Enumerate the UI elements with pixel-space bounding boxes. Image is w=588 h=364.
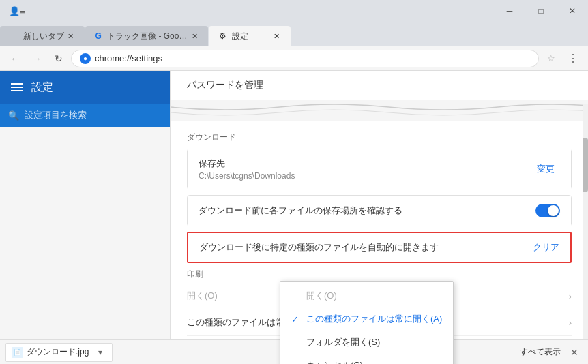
scrollbar-thumb[interactable]	[583, 138, 588, 192]
site-icon: ●	[80, 53, 91, 64]
password-manage-label: パスワードを管理	[187, 79, 263, 90]
wavy-divider	[171, 100, 588, 121]
check-mark-icon: ✓	[291, 314, 301, 324]
clear-button[interactable]: クリア	[533, 241, 559, 254]
save-location-info: 保存先 C:\Users\tcgns\Downloads	[199, 157, 295, 181]
context-menu-item-open[interactable]: 開く(O)	[280, 284, 453, 307]
address-bar-input[interactable]: ● chrome://settings	[71, 50, 539, 67]
print-arrow-2: ›	[569, 318, 572, 328]
tab-close-search[interactable]: ✕	[189, 30, 200, 42]
password-row[interactable]: パスワードを管理	[171, 71, 588, 100]
context-menu-open-label: 開く(O)	[306, 290, 337, 302]
main-layout: 設定 🔍 設定項目を検索 パスワードを管理 ダウンロード	[0, 71, 588, 364]
save-location-row: 保存先 C:\Users\tcgns\Downloads 変更	[188, 149, 571, 189]
sidebar: 設定 🔍 設定項目を検索	[0, 71, 171, 364]
tabbar: 新しいタブ ✕ G トラック画像 - Google 検... ✕ ⚙ 設定 ✕	[0, 22, 588, 46]
chrome-menu-button[interactable]: ⋮	[563, 49, 583, 68]
titlebar-controls: ─ □ ✕	[494, 0, 588, 22]
download-filename: ダウンロード.jpg	[27, 346, 89, 358]
tab-favicon-settings: ⚙	[217, 31, 228, 42]
scrollbar[interactable]	[583, 104, 588, 339]
content-area: パスワードを管理 ダウンロード 保存先 C:\Users\tcgns\Downl…	[171, 71, 588, 364]
close-download-bar-button[interactable]: ✕	[566, 344, 583, 361]
tab-close-settings[interactable]: ✕	[270, 30, 282, 42]
titlebar-profile[interactable]: 👤≡	[0, 0, 34, 22]
tab-search[interactable]: G トラック画像 - Google 検... ✕	[85, 26, 208, 46]
tab-newtab[interactable]: 新しいタブ ✕	[0, 26, 85, 46]
context-menu-cancel-label: キャンセル(C)	[306, 359, 363, 364]
search-placeholder: 設定項目を検索	[25, 109, 87, 121]
tab-label: 新しいタブ	[23, 31, 64, 42]
titlebar: 👤≡ ─ □ ✕	[0, 0, 588, 22]
hamburger-line	[11, 90, 23, 91]
address-text: chrome://settings	[95, 53, 162, 63]
download-section-label: ダウンロード	[171, 121, 588, 149]
tab-favicon-search: G	[93, 31, 103, 42]
back-button[interactable]: ←	[5, 49, 25, 68]
addressbar: ← → ↻ ● chrome://settings ☆ ⋮	[0, 46, 588, 71]
tab-settings[interactable]: ⚙ 設定 ✕	[209, 26, 291, 46]
print-arrow-1: ›	[569, 291, 572, 301]
sidebar-search-bar[interactable]: 🔍 設定項目を検索	[0, 104, 170, 127]
save-location-value: C:\Users\tcgns\Downloads	[199, 171, 295, 181]
download-dropdown-button[interactable]: ▾	[93, 343, 106, 362]
hamburger-line	[11, 87, 23, 88]
tab-favicon	[8, 31, 19, 42]
auto-open-row: ダウンロード後に特定の種類のファイルを自動的に開きます クリア	[187, 232, 572, 263]
confirm-download-card: ダウンロード前に各ファイルの保存場所を確認する	[187, 195, 572, 226]
profile-icon: 👤≡	[9, 6, 25, 16]
tab-close-newtab[interactable]: ✕	[64, 30, 76, 42]
minimize-button[interactable]: ─	[494, 0, 525, 22]
confirm-download-toggle[interactable]	[535, 204, 560, 217]
forward-button[interactable]: →	[27, 49, 46, 68]
file-type-icon: 📄	[14, 349, 21, 356]
maximize-button[interactable]: □	[525, 0, 557, 22]
confirm-download-row: ダウンロード前に各ファイルの保存場所を確認する	[188, 196, 571, 226]
confirm-download-label: ダウンロード前に各ファイルの保存場所を確認する	[199, 204, 402, 217]
show-all-downloads-button[interactable]: すべて表示	[514, 344, 566, 361]
download-item[interactable]: 📄 ダウンロード.jpg ▾	[5, 343, 113, 362]
sidebar-title: 設定	[31, 80, 53, 95]
context-menu-item-cancel[interactable]: キャンセル(C)	[280, 354, 453, 364]
save-location-card: 保存先 C:\Users\tcgns\Downloads 変更	[187, 149, 572, 189]
search-icon: 🔍	[8, 110, 19, 121]
context-menu-folder-label: フォルダを開く(S)	[306, 336, 380, 348]
context-menu-item-always-open[interactable]: ✓ この種類のファイルは常に開く(A)	[280, 307, 453, 331]
context-menu-item-open-folder[interactable]: フォルダを開く(S)	[280, 331, 453, 354]
change-location-button[interactable]: 変更	[531, 160, 560, 178]
reload-button[interactable]: ↻	[49, 49, 68, 68]
hamburger-line	[11, 83, 23, 85]
context-menu: 開く(O) ✓ この種類のファイルは常に開く(A) フォルダを開く(S) キャン…	[280, 281, 454, 364]
print-open-label: 開く(O)	[187, 290, 218, 302]
bookmark-button[interactable]: ☆	[542, 49, 561, 68]
download-file-icon: 📄	[12, 347, 23, 358]
hamburger-menu[interactable]	[11, 83, 23, 91]
sidebar-header: 設定	[0, 71, 170, 104]
close-button[interactable]: ✕	[557, 0, 588, 22]
tab-label-search: トラック画像 - Google 検...	[107, 31, 189, 42]
tab-label-settings: 設定	[232, 31, 248, 42]
wavy-svg	[171, 100, 588, 121]
context-menu-always-label: この種類のファイルは常に開く(A)	[306, 313, 442, 325]
print-label: 印刷	[187, 269, 572, 280]
auto-open-label: ダウンロード後に特定の種類のファイルを自動的に開きます	[199, 241, 439, 254]
save-location-label: 保存先	[199, 157, 295, 170]
